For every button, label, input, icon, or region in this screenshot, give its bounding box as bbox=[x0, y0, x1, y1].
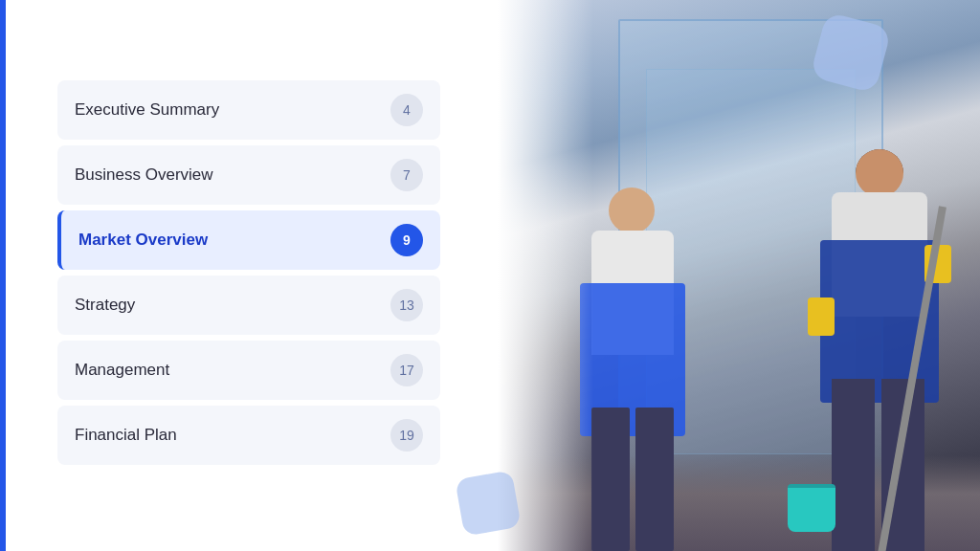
slide: Executive Summary4Business Overview7Mark… bbox=[0, 0, 980, 551]
right-panel bbox=[498, 0, 980, 551]
toc-item-number: 17 bbox=[390, 354, 423, 386]
toc-item-market-overview[interactable]: Market Overview9 bbox=[57, 210, 440, 270]
toc-item-number: 9 bbox=[390, 224, 423, 256]
glove-left bbox=[808, 298, 835, 336]
toc-item-management[interactable]: Management17 bbox=[57, 341, 440, 400]
pants-right-left bbox=[832, 379, 875, 551]
toc-item-number: 4 bbox=[390, 94, 423, 126]
bucket bbox=[788, 484, 835, 532]
toc-item-number: 7 bbox=[390, 159, 423, 191]
toc-item-label: Management bbox=[75, 361, 169, 380]
pants-left-right bbox=[635, 408, 674, 551]
toc-item-number: 13 bbox=[390, 289, 423, 321]
head bbox=[856, 149, 903, 197]
toc-item-number: 19 bbox=[390, 419, 423, 452]
toc-item-financial-plan[interactable]: Financial Plan19 bbox=[57, 406, 440, 465]
toc-item-business-overview[interactable]: Business Overview7 bbox=[57, 145, 440, 205]
decorative-shape-bottom bbox=[455, 470, 522, 537]
toc-item-strategy[interactable]: Strategy13 bbox=[57, 276, 440, 335]
fade-overlay bbox=[498, 0, 593, 551]
pants-left bbox=[591, 408, 630, 551]
toc-list: Executive Summary4Business Overview7Mark… bbox=[57, 80, 440, 471]
left-panel: Executive Summary4Business Overview7Mark… bbox=[0, 0, 498, 551]
toc-item-label: Financial Plan bbox=[75, 426, 177, 445]
toc-item-label: Market Overview bbox=[78, 231, 208, 250]
toc-item-executive-summary[interactable]: Executive Summary4 bbox=[57, 80, 440, 140]
toc-item-label: Business Overview bbox=[75, 165, 213, 185]
toc-item-label: Executive Summary bbox=[75, 100, 219, 120]
toc-item-label: Strategy bbox=[75, 296, 135, 315]
